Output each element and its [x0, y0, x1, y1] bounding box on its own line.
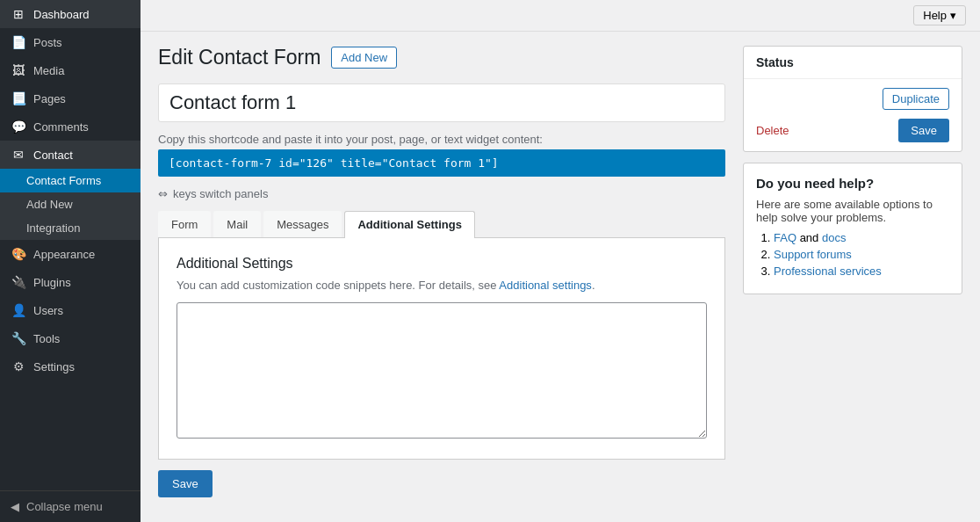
sidebar-item-add-new[interactable]: Add New	[0, 192, 141, 216]
sidebar-item-label: Contact	[33, 149, 73, 162]
additional-settings-textarea[interactable]	[177, 302, 707, 439]
bottom-save-button[interactable]: Save	[158, 470, 213, 497]
sidebar-item-users[interactable]: 👤 Users	[0, 296, 141, 324]
help-support-link[interactable]: Support forums	[774, 248, 852, 261]
shortcode-box[interactable]: [contact-form-7 id="126" title="Contact …	[158, 149, 725, 177]
help-list: FAQ and docs Support forums Professional…	[756, 231, 949, 278]
main-area: Help ▾ Edit Contact Form Add New Copy th…	[141, 0, 980, 522]
sidebar-item-label: Media	[33, 64, 64, 77]
top-bar: Help ▾	[141, 0, 980, 32]
media-icon: 🖼	[11, 63, 26, 77]
sidebar-item-posts[interactable]: 📄 Posts	[0, 28, 141, 56]
sidebar-submenu-contact: Contact Forms Add New Integration	[0, 169, 141, 240]
keys-hint-text: keys switch panels	[173, 187, 268, 200]
tab-mail[interactable]: Mail	[213, 211, 261, 237]
status-panel-title: Status	[744, 47, 962, 79]
additional-settings-title: Additional Settings	[177, 256, 707, 272]
sidebar-item-plugins[interactable]: 🔌 Plugins	[0, 268, 141, 296]
help-panel-title: Do you need help?	[756, 176, 949, 191]
sidebar: ⊞ Dashboard 📄 Posts 🖼 Media 📃 Pages 💬 Co…	[0, 0, 141, 522]
shortcode-section: Copy this shortcode and paste it into yo…	[158, 133, 725, 177]
page-title: Edit Contact Form	[158, 46, 321, 69]
appearance-icon: 🎨	[11, 247, 26, 261]
status-actions: Delete Save	[756, 119, 949, 142]
sidebar-item-label: Add New	[26, 198, 73, 211]
tabs-container: Form Mail Messages Additional Settings A…	[158, 211, 725, 460]
tab-additional-settings[interactable]: Additional Settings	[344, 211, 474, 238]
left-column: Edit Contact Form Add New Copy this shor…	[158, 46, 725, 508]
keys-icon: ⇔	[158, 187, 168, 200]
help-button[interactable]: Help ▾	[913, 5, 966, 25]
help-panel-desc: Here are some available options to help …	[756, 198, 949, 224]
sidebar-item-label: Contact Forms	[26, 174, 101, 187]
sidebar-item-label: Settings	[33, 360, 75, 373]
help-label: Help	[923, 9, 947, 22]
additional-settings-desc: You can add customization code snippets …	[177, 279, 707, 292]
sidebar-item-media[interactable]: 🖼 Media	[0, 56, 141, 84]
duplicate-button[interactable]: Duplicate	[883, 88, 949, 110]
add-new-button[interactable]: Add New	[331, 47, 397, 69]
collapse-icon: ◀	[11, 500, 19, 513]
tab-content-additional-settings: Additional Settings You can add customiz…	[158, 238, 725, 460]
comments-icon: 💬	[11, 120, 26, 134]
help-panel: Do you need help? Here are some availabl…	[743, 163, 962, 294]
sidebar-item-label: Posts	[33, 36, 62, 49]
collapse-label: Collapse menu	[26, 500, 103, 513]
desc-prefix: You can add customization code snippets …	[177, 279, 499, 292]
page-header: Edit Contact Form Add New	[158, 46, 725, 69]
tab-form[interactable]: Form	[158, 211, 211, 237]
sidebar-item-label: Dashboard	[33, 8, 90, 21]
help-list-item-faq: FAQ and docs	[774, 231, 949, 244]
right-column: Status Duplicate Delete Save Do you need…	[743, 46, 962, 508]
dashboard-icon: ⊞	[11, 7, 26, 21]
sidebar-item-label: Appearance	[33, 248, 95, 261]
sidebar-item-label: Comments	[33, 120, 89, 134]
sidebar-item-comments[interactable]: 💬 Comments	[0, 112, 141, 141]
sidebar-item-contact-forms[interactable]: Contact Forms	[0, 169, 141, 192]
sidebar-item-settings[interactable]: ⚙ Settings	[0, 352, 141, 381]
content-area: Edit Contact Form Add New Copy this shor…	[141, 32, 980, 522]
tools-icon: 🔧	[11, 331, 26, 345]
help-list-item-professional: Professional services	[774, 265, 949, 278]
sidebar-item-label: Plugins	[33, 276, 71, 289]
contact-icon: ✉	[11, 148, 26, 162]
desc-suffix: .	[592, 279, 595, 292]
posts-icon: 📄	[11, 35, 26, 49]
sidebar-item-contact[interactable]: ✉ Contact	[0, 141, 141, 169]
delete-link[interactable]: Delete	[756, 124, 789, 137]
form-title-input[interactable]	[158, 83, 725, 122]
help-arrow-icon: ▾	[950, 9, 956, 22]
tabs-bar: Form Mail Messages Additional Settings	[158, 211, 725, 238]
status-panel: Status Duplicate Delete Save	[743, 46, 962, 152]
sidebar-item-appearance[interactable]: 🎨 Appearance	[0, 240, 141, 268]
sidebar-item-integration[interactable]: Integration	[0, 216, 141, 240]
collapse-menu[interactable]: ◀ Collapse menu	[0, 490, 141, 522]
sidebar-item-label: Tools	[33, 332, 60, 345]
sidebar-item-dashboard[interactable]: ⊞ Dashboard	[0, 0, 141, 28]
help-docs-link[interactable]: docs	[822, 231, 846, 244]
shortcode-label: Copy this shortcode and paste it into yo…	[158, 133, 725, 146]
help-list-item-support: Support forums	[774, 248, 949, 261]
save-button[interactable]: Save	[898, 119, 949, 142]
help-faq-link[interactable]: FAQ	[774, 231, 796, 244]
bottom-actions: Save	[158, 470, 725, 497]
status-panel-body: Duplicate Delete Save	[744, 79, 962, 151]
pages-icon: 📃	[11, 91, 26, 105]
sidebar-item-pages[interactable]: 📃 Pages	[0, 84, 141, 112]
sidebar-item-label: Users	[33, 304, 63, 317]
sidebar-item-label: Integration	[26, 221, 80, 235]
plugins-icon: 🔌	[11, 275, 26, 289]
additional-settings-link[interactable]: Additional settings	[499, 279, 592, 292]
tab-messages[interactable]: Messages	[263, 211, 342, 237]
sidebar-item-tools[interactable]: 🔧 Tools	[0, 324, 141, 352]
help-professional-link[interactable]: Professional services	[774, 265, 882, 278]
keys-hint: ⇔ keys switch panels	[158, 187, 725, 200]
users-icon: 👤	[11, 303, 26, 317]
settings-icon: ⚙	[11, 359, 26, 373]
sidebar-item-label: Pages	[33, 92, 66, 105]
